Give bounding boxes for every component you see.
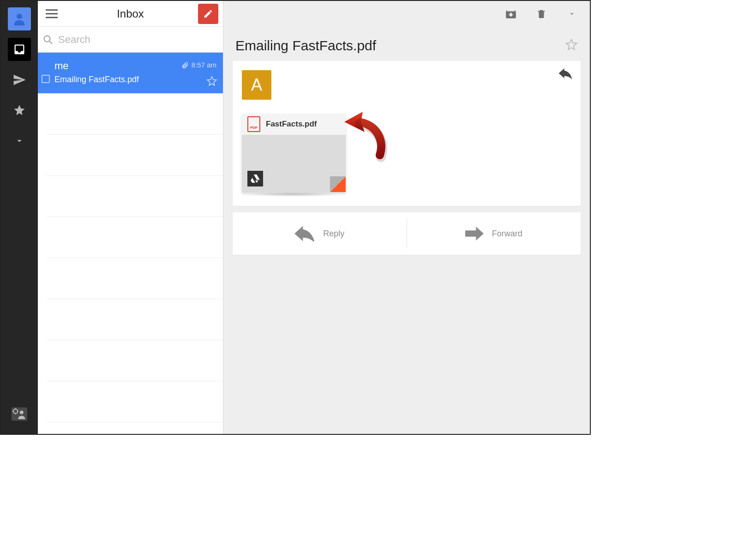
subject-row: Emailing FastFacts.pdf xyxy=(223,27,590,61)
svg-point-11 xyxy=(44,36,50,42)
menu-button[interactable] xyxy=(42,5,61,23)
attachment-area: PDF FastFacts.pdf xyxy=(242,114,571,192)
inbox-icon xyxy=(13,43,26,56)
list-item xyxy=(47,340,223,381)
more-menu-button[interactable] xyxy=(566,8,578,20)
svg-point-0 xyxy=(17,13,22,19)
nav-sent[interactable] xyxy=(8,68,31,91)
nav-rail xyxy=(1,1,38,434)
star-icon xyxy=(13,104,26,117)
star-toggle[interactable] xyxy=(565,38,578,53)
app-root: Inbox me Emailing FastFacts.pdf xyxy=(0,0,591,435)
nav-profile[interactable] xyxy=(8,7,31,30)
reply-button[interactable]: Reply xyxy=(233,212,407,255)
page-curl-icon xyxy=(330,176,346,192)
hamburger-icon xyxy=(46,9,58,18)
message-star[interactable] xyxy=(206,76,217,89)
list-item xyxy=(47,135,223,176)
attachment-header: PDF FastFacts.pdf xyxy=(242,114,346,135)
sender-avatar[interactable]: A xyxy=(242,70,271,100)
nav-starred[interactable] xyxy=(8,99,31,122)
archive-button[interactable] xyxy=(505,8,517,20)
svg-rect-9 xyxy=(46,13,58,14)
message-list[interactable]: me Emailing FastFacts.pdf 8:57 am xyxy=(38,53,223,434)
nav-settings[interactable] xyxy=(8,403,31,426)
delete-button[interactable] xyxy=(535,8,547,20)
search-row xyxy=(38,27,223,53)
message-item[interactable]: me Emailing FastFacts.pdf 8:57 am xyxy=(38,53,223,94)
svg-point-2 xyxy=(20,410,24,414)
list-item xyxy=(47,299,223,340)
annotation-arrow-icon xyxy=(341,109,391,164)
star-outline-icon xyxy=(206,76,217,87)
detail-toolbar xyxy=(223,1,590,27)
caret-down-icon xyxy=(568,10,576,18)
person-icon xyxy=(12,11,27,27)
list-item xyxy=(47,381,223,422)
list-item xyxy=(47,176,223,217)
message-subject: Emailing FastFacts.pdf xyxy=(54,75,139,84)
pencil-icon xyxy=(203,9,213,19)
message-checkbox[interactable] xyxy=(42,75,50,83)
attachment-filename: FastFacts.pdf xyxy=(266,120,317,129)
search-input[interactable] xyxy=(58,34,218,46)
list-header: Inbox xyxy=(38,1,223,27)
reply-icon xyxy=(558,68,572,79)
settings-account-icon xyxy=(12,407,27,421)
action-bar: Reply Forward xyxy=(233,212,581,255)
list-item xyxy=(47,94,223,135)
send-icon xyxy=(12,73,26,87)
search-icon xyxy=(42,34,54,45)
compose-button[interactable] xyxy=(198,4,218,24)
attachment-tile[interactable]: PDF FastFacts.pdf xyxy=(242,114,346,192)
svg-rect-10 xyxy=(46,17,58,18)
svg-rect-8 xyxy=(46,9,58,11)
reply-shortcut[interactable] xyxy=(558,68,572,81)
reply-arrow-icon xyxy=(294,226,315,241)
reply-label: Reply xyxy=(323,229,344,239)
message-time-text: 8:57 am xyxy=(192,61,216,69)
save-to-drive[interactable] xyxy=(247,171,263,186)
message-time: 8:57 am xyxy=(181,61,216,69)
list-item xyxy=(47,217,223,258)
nav-more[interactable] xyxy=(8,129,31,152)
forward-arrow-icon xyxy=(465,227,484,240)
drive-icon xyxy=(251,174,260,183)
message-sender: me xyxy=(54,60,69,72)
message-card: A PDF FastFacts.pdf xyxy=(233,61,581,206)
forward-button[interactable]: Forward xyxy=(407,212,581,255)
pdf-badge-icon: PDF xyxy=(247,116,260,132)
star-outline-icon xyxy=(565,38,578,51)
trash-icon xyxy=(536,8,546,20)
email-subject: Emailing FastFacts.pdf xyxy=(235,38,376,54)
attachment-shadow xyxy=(246,192,339,197)
detail-panel: Emailing FastFacts.pdf A PDF FastFacts.p xyxy=(223,1,590,434)
attachment-icon xyxy=(181,61,189,69)
archive-icon xyxy=(505,8,517,20)
folder-title: Inbox xyxy=(38,7,223,20)
chevron-down-icon xyxy=(14,136,24,146)
nav-inbox[interactable] xyxy=(8,38,31,61)
list-item xyxy=(47,258,223,299)
svg-line-12 xyxy=(49,41,52,44)
message-list-panel: Inbox me Emailing FastFacts.pdf xyxy=(38,1,223,434)
forward-label: Forward xyxy=(492,229,522,239)
